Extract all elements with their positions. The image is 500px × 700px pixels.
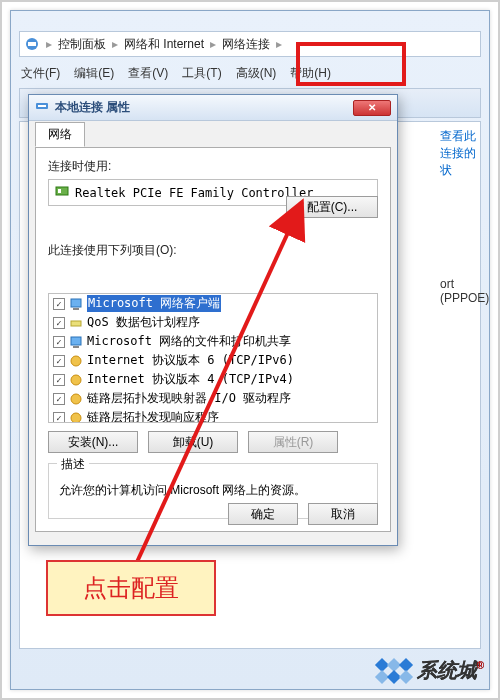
watermark-text: 系统城®: [417, 657, 484, 684]
svg-rect-4: [56, 187, 68, 195]
list-item[interactable]: ✓ Microsoft 网络的文件和打印机共享: [49, 332, 377, 351]
svg-rect-8: [71, 321, 81, 326]
description-text: 允许您的计算机访问 Microsoft 网络上的资源。: [59, 483, 306, 497]
list-item-label: Microsoft 网络客户端: [87, 295, 221, 312]
list-item-label: Microsoft 网络的文件和打印机共享: [87, 333, 291, 350]
cancel-button[interactable]: 取消: [308, 503, 378, 525]
protocol-icon: [69, 392, 83, 406]
client-icon: [69, 335, 83, 349]
items-label: 此连接使用下列项目(O):: [48, 242, 378, 259]
svg-point-13: [71, 394, 81, 404]
ok-button[interactable]: 确定: [228, 503, 298, 525]
network-card-icon: [55, 184, 69, 201]
list-item-label: QoS 数据包计划程序: [87, 314, 200, 331]
menu-file[interactable]: 文件(F): [21, 65, 60, 82]
menu-edit[interactable]: 编辑(E): [74, 65, 114, 82]
list-item-label: Internet 协议版本 6 (TCP/IPv6): [87, 352, 294, 369]
list-item-label: 链路层拓扑发现映射器 I/O 驱动程序: [87, 390, 291, 407]
list-item-label: Internet 协议版本 4 (TCP/IPv4): [87, 371, 294, 388]
menu-tools[interactable]: 工具(T): [182, 65, 221, 82]
svg-rect-9: [71, 337, 81, 345]
chevron-right-icon: ▸: [276, 37, 282, 51]
list-item[interactable]: ✓ Internet 协议版本 4 (TCP/IPv4): [49, 370, 377, 389]
properties-button[interactable]: 属性(R): [248, 431, 338, 453]
chevron-right-icon: ▸: [210, 37, 216, 51]
breadcrumb-seg-1[interactable]: 控制面板: [58, 36, 106, 53]
client-icon: [69, 297, 83, 311]
checkbox[interactable]: ✓: [53, 393, 65, 405]
svg-rect-1: [28, 42, 36, 46]
callout-text: 点击配置: [83, 572, 179, 604]
svg-rect-10: [73, 346, 79, 348]
pppoe-label: ort (PPPOE): [440, 277, 489, 305]
protocol-icon: [69, 354, 83, 368]
menu-advanced[interactable]: 高级(N): [236, 65, 277, 82]
svg-rect-3: [38, 105, 46, 107]
breadcrumb-seg-3[interactable]: 网络连接: [222, 36, 270, 53]
breadcrumb-seg-2[interactable]: 网络和 Internet: [124, 36, 204, 53]
configure-button[interactable]: 配置(C)...: [286, 196, 378, 218]
annotation-callout: 点击配置: [46, 560, 216, 616]
close-icon: ✕: [368, 102, 376, 113]
svg-point-12: [71, 375, 81, 385]
network-items-list[interactable]: ✓ Microsoft 网络客户端 ✓ QoS 数据包计划程序 ✓ Micros…: [48, 293, 378, 423]
watermark: 系统城®: [377, 657, 484, 684]
watermark-logo-icon: [377, 660, 411, 682]
list-item-label: 链路层拓扑发现响应程序: [87, 409, 219, 423]
description-legend: 描述: [57, 456, 89, 473]
list-item[interactable]: ✓ QoS 数据包计划程序: [49, 313, 377, 332]
dialog-title-bar[interactable]: 本地连接 属性 ✕: [29, 95, 397, 121]
tab-network[interactable]: 网络: [35, 122, 85, 147]
network-center-icon: [24, 36, 40, 52]
chevron-right-icon: ▸: [46, 37, 52, 51]
svg-point-11: [71, 356, 81, 366]
svg-rect-5: [58, 189, 61, 193]
close-button[interactable]: ✕: [353, 100, 391, 116]
connection-properties-dialog: 本地连接 属性 ✕ 网络 连接时使用: Realtek PCIe FE Fami…: [28, 94, 398, 546]
protocol-icon: [69, 373, 83, 387]
connect-using-label: 连接时使用:: [48, 158, 378, 175]
checkbox[interactable]: ✓: [53, 374, 65, 386]
checkbox[interactable]: ✓: [53, 355, 65, 367]
dialog-title: 本地连接 属性: [55, 99, 130, 116]
menu-view[interactable]: 查看(V): [128, 65, 168, 82]
svg-point-14: [71, 413, 81, 423]
list-item[interactable]: ✓ 链路层拓扑发现映射器 I/O 驱动程序: [49, 389, 377, 408]
tab-strip: 网络: [35, 125, 391, 147]
view-connection-status-link[interactable]: 查看此连接的状: [440, 122, 480, 185]
network-adapter-icon: [35, 99, 49, 116]
svg-rect-7: [73, 308, 79, 310]
uninstall-button[interactable]: 卸载(U): [148, 431, 238, 453]
list-item[interactable]: ✓ Internet 协议版本 6 (TCP/IPv6): [49, 351, 377, 370]
checkbox[interactable]: ✓: [53, 336, 65, 348]
adapter-name-text: Realtek PCIe FE Family Controller: [75, 186, 313, 200]
checkbox[interactable]: ✓: [53, 298, 65, 310]
list-item[interactable]: ✓ Microsoft 网络客户端: [49, 294, 377, 313]
checkbox[interactable]: ✓: [53, 412, 65, 424]
menu-bar: 文件(F) 编辑(E) 查看(V) 工具(T) 高级(N) 帮助(H): [19, 61, 481, 86]
install-button[interactable]: 安装(N)...: [48, 431, 138, 453]
menu-help[interactable]: 帮助(H): [290, 65, 331, 82]
protocol-icon: [69, 411, 83, 424]
chevron-right-icon: ▸: [112, 37, 118, 51]
svg-rect-6: [71, 299, 81, 307]
breadcrumb[interactable]: ▸ 控制面板 ▸ 网络和 Internet ▸ 网络连接 ▸: [19, 31, 481, 57]
checkbox[interactable]: ✓: [53, 317, 65, 329]
qos-icon: [69, 316, 83, 330]
dialog-body: 连接时使用: Realtek PCIe FE Family Controller…: [35, 147, 391, 532]
list-item[interactable]: ✓ 链路层拓扑发现响应程序: [49, 408, 377, 423]
